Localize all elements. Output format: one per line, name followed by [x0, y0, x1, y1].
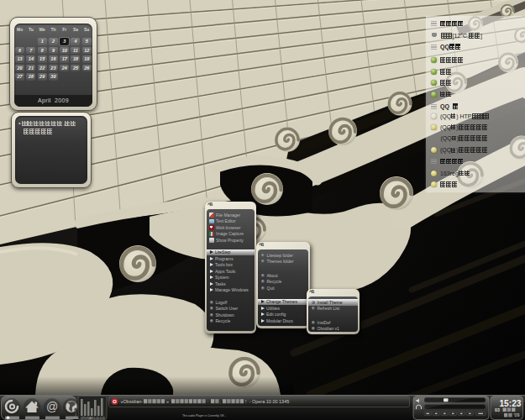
svg-text:»Obsidian-: »Obsidian-	[121, 399, 144, 404]
svg-text:@: @	[46, 400, 58, 413]
svg-text:CPU RAM 0.10 0.15: CPU RAM 0.10 0.15	[81, 417, 105, 420]
svg-text:·: ·	[207, 399, 209, 404]
svg-text:«: «	[166, 399, 169, 404]
svg-text:The audio Player is Currently: The audio Player is Currently Off...	[182, 414, 226, 417]
svg-text:! - Opera 10.00 1345: ! - Opera 10.00 1345	[245, 399, 289, 404]
svg-text:'09: '09	[514, 412, 520, 417]
svg-text:O: O	[113, 399, 117, 404]
svg-text:03: 03	[495, 407, 500, 412]
svg-text:15:23: 15:23	[499, 399, 521, 408]
